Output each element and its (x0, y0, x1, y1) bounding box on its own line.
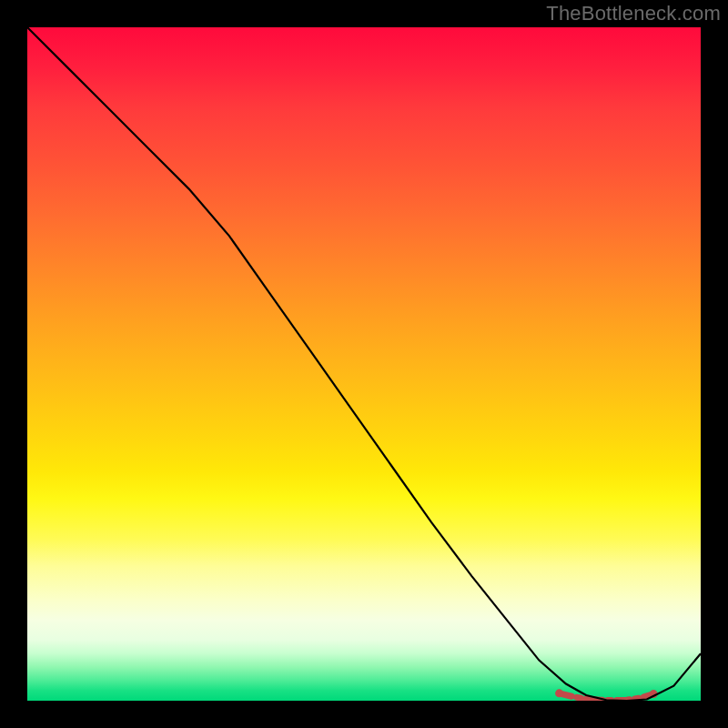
chart-frame: TheBottleneck.com (0, 0, 728, 728)
watermark-text: TheBottleneck.com (546, 2, 721, 25)
chart-svg (27, 27, 701, 701)
minimum-band-endcap (555, 689, 563, 697)
plot-area (27, 27, 701, 701)
curve-line (27, 27, 701, 701)
